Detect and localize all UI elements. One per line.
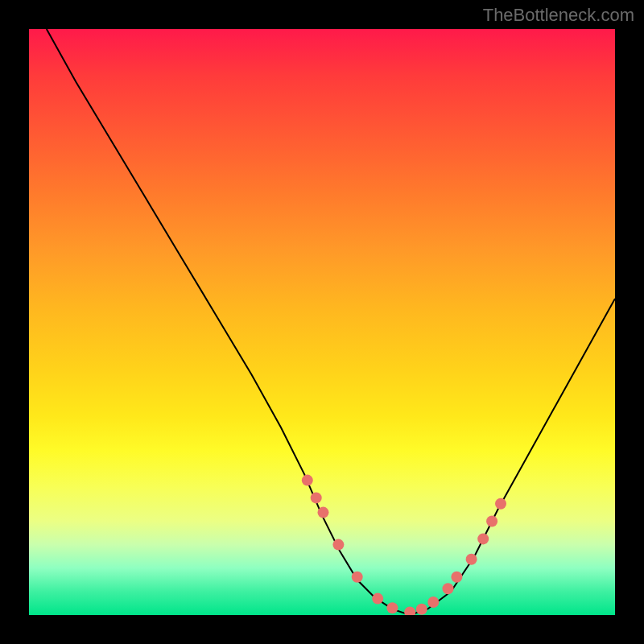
data-dot bbox=[404, 606, 415, 615]
data-dot bbox=[416, 604, 427, 615]
data-dot bbox=[477, 533, 489, 544]
chart-area bbox=[29, 29, 615, 615]
data-dots bbox=[302, 475, 506, 615]
data-dot bbox=[495, 498, 506, 510]
data-dot bbox=[386, 602, 398, 613]
data-dot bbox=[486, 516, 497, 527]
data-dot bbox=[352, 572, 363, 583]
chart-overlay bbox=[29, 29, 615, 615]
attribution-label: TheBottleneck.com bbox=[483, 5, 634, 26]
data-dot bbox=[427, 597, 439, 608]
data-dot bbox=[318, 507, 329, 518]
data-dot bbox=[302, 475, 313, 486]
data-dot bbox=[332, 539, 344, 551]
data-dot bbox=[451, 572, 462, 583]
data-dot bbox=[443, 583, 454, 594]
data-dot bbox=[466, 554, 477, 565]
data-dot bbox=[311, 492, 322, 503]
bottleneck-curve bbox=[47, 29, 615, 615]
data-dot bbox=[372, 593, 383, 605]
